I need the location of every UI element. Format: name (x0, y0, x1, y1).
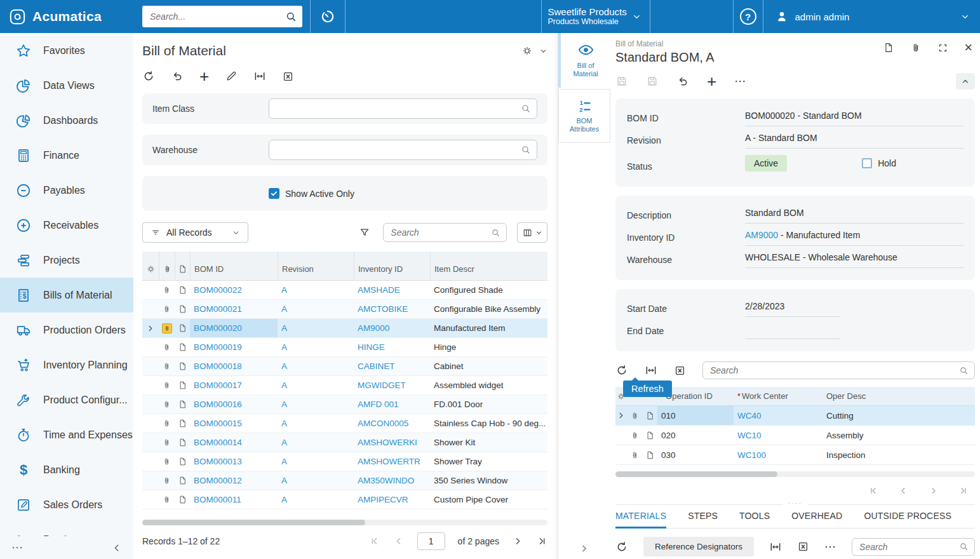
user-menu[interactable]: admin admin (763, 10, 980, 24)
start-date-value[interactable]: 2/28/2023 (745, 301, 840, 317)
search-icon[interactable] (959, 542, 969, 551)
fit-width-button[interactable] (769, 541, 782, 553)
reference-designators-button[interactable]: Reference Designators (643, 537, 754, 556)
revision-link[interactable]: A (278, 281, 354, 299)
paperclip-icon[interactable] (162, 342, 171, 352)
search-icon[interactable] (285, 11, 297, 23)
tab-bom-attributes[interactable]: BOMAttributes (558, 89, 610, 143)
table-row[interactable]: BOM000022 A AMSHADE Configured Shade (142, 281, 547, 300)
paperclip-icon[interactable] (162, 285, 171, 295)
fit-width-button[interactable] (253, 70, 266, 83)
tab-overhead[interactable]: OVERHEAD (791, 511, 842, 528)
revision-link[interactable]: A (278, 395, 354, 414)
tab-outside-process[interactable]: OUTSIDE PROCESS (864, 511, 951, 528)
add-record-button[interactable]: + (707, 76, 716, 87)
tab-materials[interactable]: MATERIALS (615, 511, 666, 529)
horizontal-scrollbar[interactable] (615, 471, 975, 477)
inventory-id-link[interactable]: AMSHOWERTR (354, 452, 430, 471)
note-icon[interactable] (178, 476, 187, 485)
inventory-id-link[interactable]: AMSHADE (354, 281, 430, 299)
bom-id-link[interactable]: BOM000014 (190, 433, 278, 452)
help-button[interactable]: ? (734, 8, 763, 25)
column-config-button[interactable] (517, 222, 547, 243)
last-page-button[interactable] (536, 535, 547, 547)
export-excel-button[interactable] (282, 71, 294, 83)
note-icon[interactable] (178, 285, 187, 295)
paperclip-icon[interactable] (630, 431, 640, 440)
revision-link[interactable]: A (278, 357, 354, 375)
inventory-id-link[interactable]: HINGE (354, 338, 430, 356)
company-selector[interactable]: Sweetlife Products Products Wholesale (541, 0, 650, 33)
global-search[interactable] (142, 6, 302, 27)
revision-link[interactable]: A (278, 471, 354, 490)
filter-funnel-button[interactable] (359, 227, 370, 238)
notes-icon[interactable] (883, 42, 894, 53)
scrollbar-thumb[interactable] (142, 520, 365, 525)
paperclip-icon[interactable] (162, 381, 171, 390)
bom-id-link[interactable]: BOM000017 (190, 376, 278, 394)
sidebar-item-payables[interactable]: Payables (0, 173, 133, 208)
work-center-link[interactable]: WC100 (734, 445, 822, 464)
bom-id-link[interactable]: BOM000020 (190, 319, 278, 337)
collapse-sidebar-icon[interactable] (111, 542, 122, 553)
note-icon[interactable] (178, 304, 187, 314)
inventory-id-link[interactable]: AMCON0005 (354, 414, 430, 433)
paperclip-icon[interactable] (162, 304, 171, 314)
operation-id-cell[interactable]: 030 (657, 445, 734, 464)
inventory-id-link[interactable]: CABINET (354, 357, 430, 375)
table-row[interactable]: BOM000011 A AMPIPECVR Custom Pipe Cover (142, 490, 547, 509)
inventory-id-link[interactable]: AM9000 (354, 319, 430, 337)
collapse-summary-button[interactable] (956, 73, 975, 90)
show-active-checkbox[interactable] (269, 188, 279, 199)
search-icon[interactable] (491, 228, 500, 238)
panel-splitter[interactable]: ···· (615, 504, 975, 509)
col-work-center[interactable]: *Work Center (734, 391, 822, 401)
materials-search[interactable] (852, 538, 975, 556)
bom-id-link[interactable]: BOM000015 (190, 414, 278, 433)
refresh-button[interactable] (615, 541, 628, 553)
prev-page-button[interactable] (898, 485, 909, 496)
records-filter-dropdown[interactable]: All Records (142, 222, 248, 243)
grid-search[interactable] (383, 223, 507, 242)
more-icon[interactable]: ⋯ (11, 541, 23, 555)
acumatica-logo[interactable]: Acumatica (0, 8, 133, 25)
materials-search-input[interactable] (858, 541, 959, 553)
table-row[interactable]: BOM000014 A AMSHOWERKI Shower Kit (142, 433, 547, 452)
hold-checkbox[interactable] (862, 158, 872, 168)
sidebar-item-finance[interactable]: Finance (0, 138, 133, 173)
bom-id-link[interactable]: BOM000012 (190, 471, 278, 490)
sidebar-item-time-and-expenses[interactable]: Time and Expenses (0, 417, 133, 452)
paperclip-icon[interactable] (162, 495, 171, 504)
business-date-button[interactable] (311, 8, 345, 25)
inventory-id-link[interactable]: AM9000 (745, 230, 778, 240)
sidebar-item-production-orders[interactable]: Production Orders (0, 313, 133, 347)
operations-search-input[interactable] (709, 365, 959, 376)
revision-value[interactable]: A - Standard BOM (745, 133, 963, 149)
horizontal-scrollbar[interactable] (142, 520, 547, 525)
warehouse-input[interactable] (269, 140, 537, 160)
first-page-button[interactable] (369, 535, 380, 547)
inventory-id-link[interactable]: AMFD 001 (354, 395, 430, 414)
revision-link[interactable]: A (278, 376, 354, 394)
revision-link[interactable]: A (278, 433, 354, 452)
note-icon[interactable] (178, 438, 187, 447)
close-icon[interactable]: × (964, 42, 972, 53)
grid-settings-icon[interactable] (146, 264, 156, 274)
search-icon[interactable] (959, 366, 969, 375)
sidebar-item-receivables[interactable]: Receivables (0, 208, 133, 243)
maximize-icon[interactable] (937, 43, 948, 53)
inventory-id-link[interactable]: AM350WINDO (354, 471, 430, 490)
bom-id-link[interactable]: BOM000022 (190, 281, 278, 299)
paperclip-icon[interactable] (630, 411, 640, 421)
search-icon[interactable] (521, 145, 531, 155)
operations-search[interactable] (702, 361, 975, 379)
next-page-button[interactable] (928, 485, 939, 496)
col-item-descr[interactable]: Item Descr (430, 252, 547, 280)
paperclip-icon[interactable] (162, 419, 171, 428)
tab-bill-of-material[interactable]: Bill ofMaterial (558, 33, 610, 88)
refresh-button[interactable] (142, 70, 155, 83)
gear-icon[interactable] (521, 45, 533, 57)
chevron-down-icon[interactable] (539, 47, 547, 55)
attachments-icon[interactable] (910, 42, 922, 53)
warehouse-field[interactable] (275, 144, 521, 156)
